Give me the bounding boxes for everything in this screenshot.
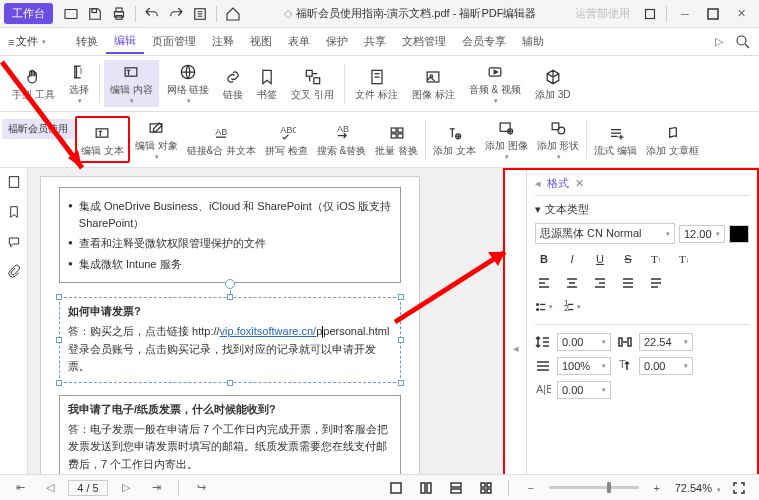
doc-tab[interactable]: 福昕会员使用 [2, 119, 74, 139]
add-stamp-button[interactable]: 添加 文章框 [642, 116, 703, 163]
thumbnails-icon[interactable] [6, 174, 22, 190]
customize-icon[interactable] [191, 5, 209, 23]
link-tool[interactable]: 链接 [217, 60, 249, 107]
scale-input[interactable]: 100%▾ [557, 357, 611, 375]
strikethrough-button[interactable]: S [619, 250, 637, 268]
home-icon[interactable] [224, 5, 242, 23]
add-image-button[interactable]: 添加 图像▾ [481, 116, 532, 163]
resize-handle[interactable] [56, 337, 62, 343]
comments-icon[interactable] [6, 234, 22, 250]
text-type-header[interactable]: ▾文本类型 [535, 202, 749, 217]
superscript-button[interactable]: T↑ [647, 250, 665, 268]
workbench-button[interactable]: 工作台 [4, 3, 53, 24]
align-left-button[interactable] [535, 274, 553, 292]
view-mode-3-icon[interactable] [447, 479, 465, 497]
underline-button[interactable]: U [591, 250, 609, 268]
resize-handle[interactable] [56, 380, 62, 386]
jump-icon[interactable]: ↪ [192, 479, 210, 497]
close-tab-icon[interactable]: ✕ [575, 177, 584, 190]
resize-handle[interactable] [227, 380, 233, 386]
zoom-in-button[interactable]: + [648, 479, 666, 497]
menu-comment[interactable]: 注释 [204, 30, 242, 53]
font-size-select[interactable]: 12.00▾ [679, 225, 725, 243]
number-list-button[interactable]: 12▾ [563, 298, 581, 316]
print-icon[interactable] [110, 5, 128, 23]
open-icon[interactable] [62, 5, 80, 23]
question-body[interactable]: 答：购买之后，点击链接 http://vip.foxitsoftware.cn/… [68, 323, 392, 376]
resize-handle[interactable] [398, 294, 404, 300]
menu-view[interactable]: 视图 [242, 30, 280, 53]
menu-protect[interactable]: 保护 [318, 30, 356, 53]
bookmark-tool[interactable]: 书签 [251, 60, 283, 107]
batch-replace-button[interactable]: 批量 替换 [371, 116, 422, 163]
fullscreen-icon[interactable] [730, 479, 748, 497]
resize-handle[interactable] [56, 294, 62, 300]
rotate-handle[interactable] [225, 279, 235, 289]
baseline-input[interactable]: 0.00▾ [639, 357, 693, 375]
file-menu[interactable]: ≡ 文件 ▾ [4, 32, 50, 51]
menu-doc-manage[interactable]: 文档管理 [394, 30, 454, 53]
zoom-thumb[interactable] [607, 482, 611, 493]
link-merge-button[interactable]: AB链接&合 并文本 [183, 116, 260, 163]
save-icon[interactable] [86, 5, 104, 23]
web-link-tool[interactable]: 网络 链接▾ [161, 60, 216, 107]
italic-button[interactable]: I [563, 250, 581, 268]
menu-form[interactable]: 表单 [280, 30, 318, 53]
zoom-slider[interactable] [549, 486, 639, 489]
format-tab[interactable]: 格式 [547, 176, 569, 191]
editing-text-block[interactable]: 如何申请发票? 答：购买之后，点击链接 http://vip.foxitsoft… [59, 297, 401, 383]
minimize-button[interactable]: ─ [671, 2, 699, 26]
add-text-button[interactable]: 添加 文本 [429, 116, 480, 163]
font-family-select[interactable]: 思源黑体 CN Normal▾ [535, 223, 675, 244]
bold-button[interactable]: B [535, 250, 553, 268]
close-button[interactable]: ✕ [727, 2, 755, 26]
image-attach-tool[interactable]: 图像 标注 [406, 60, 461, 107]
panel-collapse-strip[interactable]: ◂ [505, 170, 527, 500]
select-tool[interactable]: I选择▾ [63, 60, 95, 107]
maximize-button[interactable] [699, 2, 727, 26]
bookmarks-icon[interactable] [6, 204, 22, 220]
zoom-value[interactable]: 72.54% ▾ [675, 482, 721, 494]
page-number-input[interactable]: 4 / 5 [68, 480, 108, 496]
document-viewport[interactable]: 集成 OneDrive Business、iCloud 和 SharePoint… [28, 168, 503, 500]
add-shape-button[interactable]: 添加 形状▾ [533, 116, 584, 163]
flow-edit-button[interactable]: 流式 编辑 [590, 116, 641, 163]
view-mode-4-icon[interactable] [477, 479, 495, 497]
prev-page-button[interactable]: ◁ [41, 479, 59, 497]
menu-more-icon[interactable]: ▷ [710, 33, 728, 51]
view-mode-2-icon[interactable] [417, 479, 435, 497]
edit-text-button[interactable]: 编辑 文本 [75, 116, 130, 163]
bullet-list-button[interactable]: ▾ [535, 298, 553, 316]
last-page-button[interactable]: ⇥ [147, 479, 165, 497]
edit-object-button[interactable]: 编辑 对象▾ [131, 116, 182, 163]
menu-convert[interactable]: 转换 [68, 30, 106, 53]
hand-tool[interactable]: 手型 工具 [6, 60, 61, 107]
view-mode-1-icon[interactable] [387, 479, 405, 497]
align-right-button[interactable] [591, 274, 609, 292]
search-icon[interactable] [734, 33, 752, 51]
first-page-button[interactable]: ⇤ [11, 479, 29, 497]
cross-ref-tool[interactable]: 交叉 引用 [285, 60, 340, 107]
subscript-button[interactable]: T↓ [675, 250, 693, 268]
menu-edit[interactable]: 编辑 [106, 29, 144, 54]
font-color-swatch[interactable] [729, 225, 749, 243]
spell-check-button[interactable]: ABC拼写 检查 [261, 116, 312, 163]
menu-share[interactable]: 共享 [356, 30, 394, 53]
redo-icon[interactable] [167, 5, 185, 23]
undo-icon[interactable] [143, 5, 161, 23]
menu-member[interactable]: 会员专享 [454, 30, 514, 53]
align-distribute-button[interactable] [647, 274, 665, 292]
attachments-icon[interactable] [6, 264, 22, 280]
align-center-button[interactable] [563, 274, 581, 292]
char-spacing-input[interactable]: 22.54▾ [639, 333, 693, 351]
kerning-input[interactable]: 0.00▾ [557, 381, 611, 399]
zoom-out-button[interactable]: − [522, 479, 540, 497]
add-3d-tool[interactable]: 添加 3D [529, 60, 577, 107]
search-replace-button[interactable]: AB搜索 &替换 [313, 116, 370, 163]
quick-access-icon[interactable] [641, 5, 659, 23]
audio-video-tool[interactable]: 音频 & 视频▾ [463, 60, 527, 107]
resize-handle[interactable] [398, 380, 404, 386]
menu-page-manage[interactable]: 页面管理 [144, 30, 204, 53]
menu-assist[interactable]: 辅助 [514, 30, 552, 53]
resize-handle[interactable] [227, 294, 233, 300]
